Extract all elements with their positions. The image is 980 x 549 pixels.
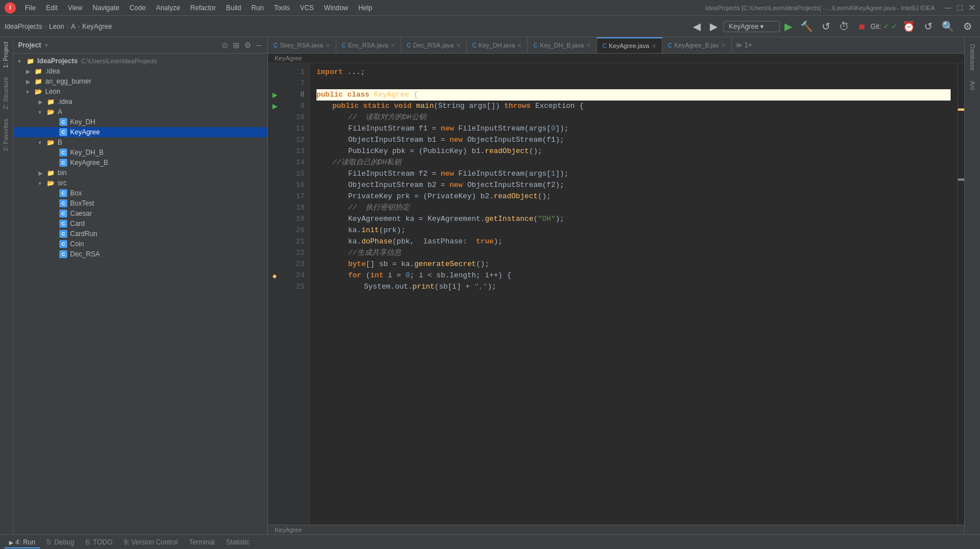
maximize-btn[interactable]: □ bbox=[957, 3, 962, 13]
list-item[interactable]: ▾ 📂 src bbox=[14, 178, 267, 188]
root-path: C:\Users\Leon\IdeaProjects bbox=[81, 58, 157, 64]
bottom-tab-todo[interactable]: 6: TODO bbox=[81, 537, 117, 548]
gutter-17 bbox=[268, 191, 281, 202]
gutter-21 bbox=[268, 236, 281, 247]
back-btn[interactable]: ◀ bbox=[690, 20, 704, 33]
tab-skey-rsa[interactable]: C Skey_RSA.java ✕ bbox=[268, 37, 336, 53]
tab-close-keyagreeb[interactable]: ✕ bbox=[721, 42, 726, 49]
menu-code[interactable]: Code bbox=[125, 3, 150, 13]
list-item[interactable]: C CardRun bbox=[14, 229, 267, 239]
tab-close-enc[interactable]: ✕ bbox=[391, 42, 395, 49]
keyagreeb-icon: C bbox=[59, 158, 68, 167]
list-item[interactable]: ▾ 📂 B bbox=[14, 137, 267, 147]
forward-btn[interactable]: ▶ bbox=[706, 20, 721, 33]
a-folder-icon: 📂 bbox=[46, 107, 55, 116]
tree-root[interactable]: ▾ 📁 IdeaProjects C:\Users\Leon\IdeaProje… bbox=[14, 56, 267, 66]
rebuild-btn[interactable]: ↺ bbox=[818, 20, 834, 33]
statistic-tab-label: Statistic bbox=[226, 538, 250, 546]
tabs-overflow-btn[interactable]: ≫ 1+ bbox=[732, 39, 756, 51]
panel-label-project[interactable]: 1: Project bbox=[0, 37, 13, 72]
tab-close-keyagree[interactable]: ✕ bbox=[652, 43, 656, 49]
profile-btn[interactable]: ⏱ bbox=[836, 20, 853, 33]
list-item[interactable]: C Dec_RSA bbox=[14, 249, 267, 259]
list-item[interactable]: C Key_DH_B bbox=[14, 147, 267, 158]
project-settings-btn[interactable]: ⊞ bbox=[232, 40, 241, 51]
project-gear-btn[interactable]: ⚙ bbox=[243, 40, 253, 51]
menu-refactor[interactable]: Refactor bbox=[186, 3, 220, 13]
gutter-run-9[interactable]: ▶ bbox=[268, 101, 281, 112]
tab-close-keydh[interactable]: ✕ bbox=[517, 42, 522, 49]
bottom-tab-terminal[interactable]: Terminal bbox=[184, 537, 219, 548]
tab-keyagree-b[interactable]: C KeyAgree_B.jav ✕ bbox=[662, 37, 732, 53]
sidebar-right-ant[interactable]: Ant bbox=[967, 76, 978, 95]
minimize-btn[interactable]: ─ bbox=[945, 3, 951, 13]
breadcrumb-keyagree[interactable]: KeyAgree bbox=[82, 23, 112, 30]
git-history-btn[interactable]: ⏰ bbox=[899, 20, 918, 33]
breadcrumb-file[interactable]: KeyAgree bbox=[275, 55, 302, 62]
list-item[interactable]: C KeyAgree_B bbox=[14, 158, 267, 168]
list-item[interactable]: ▾ 📂 Leon bbox=[14, 86, 267, 97]
bottom-tab-statistic[interactable]: Statistic bbox=[222, 537, 254, 548]
editor-footer-filename: KeyAgree bbox=[275, 526, 302, 533]
list-item[interactable]: ▶ 📁 .idea bbox=[14, 97, 267, 107]
main-area: 1: Project Z: Structure 2: Favorites Pro… bbox=[0, 37, 980, 534]
bottom-tab-vcs[interactable]: 9: Version Control bbox=[119, 537, 182, 548]
list-item[interactable]: C Box bbox=[14, 188, 267, 198]
git-rollback-btn[interactable]: ↺ bbox=[921, 20, 936, 33]
menu-navigate[interactable]: Navigate bbox=[88, 3, 124, 13]
tab-close-dec[interactable]: ✕ bbox=[456, 42, 461, 49]
list-item[interactable]: C Card bbox=[14, 219, 267, 229]
menu-tools[interactable]: Tools bbox=[270, 3, 294, 13]
run-config-selector[interactable]: KeyAgree ▾ bbox=[723, 21, 780, 32]
menu-file[interactable]: File bbox=[20, 3, 40, 13]
panel-label-favorites[interactable]: 2: Favorites bbox=[0, 114, 13, 155]
list-item[interactable]: ▶ 📁 an_egg_burner bbox=[14, 76, 267, 86]
menu-vcs[interactable]: VCS bbox=[296, 3, 319, 13]
list-item[interactable]: C Caesar bbox=[14, 208, 267, 219]
root-folder-icon: 📁 bbox=[26, 56, 35, 66]
breadcrumb-ideaprojects[interactable]: IdeaProjects bbox=[5, 23, 42, 30]
tab-key-dh-b[interactable]: C Key_DH_B.java ✕ bbox=[528, 37, 597, 53]
breadcrumb-leon[interactable]: Leon bbox=[49, 23, 64, 30]
bottom-tab-run[interactable]: ▶ 4: Run bbox=[5, 537, 40, 548]
menu-run[interactable]: Run bbox=[247, 3, 268, 13]
gutter-bookmark-24[interactable]: ◆ bbox=[268, 270, 281, 281]
tab-dec-rsa[interactable]: C Dec_RSA.java ✕ bbox=[401, 37, 467, 53]
tab-enc-rsa[interactable]: C Enc_RSA.java ✕ bbox=[336, 37, 401, 53]
breadcrumb-a[interactable]: A bbox=[71, 23, 75, 30]
settings-btn[interactable]: ⚙ bbox=[960, 20, 975, 33]
run-button[interactable]: ▶ bbox=[782, 19, 795, 34]
menu-view[interactable]: View bbox=[63, 3, 87, 13]
code-content[interactable]: import ...; public class KeyAgree { publ… bbox=[310, 63, 957, 525]
list-item[interactable]: C KeyAgree bbox=[14, 127, 267, 137]
gutter-run-8[interactable]: ▶ bbox=[268, 89, 281, 101]
project-header: Project ▾ ⊙ ⊞ ⚙ ─ bbox=[14, 37, 267, 54]
tab-key-dh[interactable]: C Key_DH.java ✕ bbox=[467, 37, 528, 53]
menu-edit[interactable]: Edit bbox=[41, 3, 62, 13]
menu-build[interactable]: Build bbox=[222, 3, 246, 13]
panel-label-structure[interactable]: Z: Structure bbox=[0, 72, 13, 114]
list-item[interactable]: ▶ 📁 bin bbox=[14, 168, 267, 178]
build-btn[interactable]: 🔨 bbox=[797, 20, 816, 33]
code-line-24: for (int i = 0; i < sb.length; i++) { bbox=[316, 270, 951, 281]
menu-analyze[interactable]: Analyze bbox=[151, 3, 185, 13]
list-item[interactable]: ▾ 📂 A bbox=[14, 107, 267, 117]
egg-label: an_egg_burner bbox=[45, 77, 91, 85]
close-btn[interactable]: ✕ bbox=[968, 2, 975, 13]
list-item[interactable]: C Key_DH bbox=[14, 117, 267, 127]
list-item[interactable]: ▶ 📁 .idea bbox=[14, 66, 267, 76]
list-item[interactable]: C Coin bbox=[14, 239, 267, 249]
tab-close-skey[interactable]: ✕ bbox=[326, 42, 330, 49]
project-locate-btn[interactable]: ⊙ bbox=[220, 40, 229, 51]
menu-help[interactable]: Help bbox=[354, 3, 377, 13]
stop-btn[interactable]: ■ bbox=[855, 20, 868, 33]
tab-keyagree[interactable]: C KeyAgree.java ✕ bbox=[597, 37, 662, 53]
project-minimize-btn[interactable]: ─ bbox=[255, 40, 263, 51]
sidebar-right-database[interactable]: Database bbox=[967, 40, 978, 75]
menu-window[interactable]: Window bbox=[319, 3, 353, 13]
list-item[interactable]: C BoxTest bbox=[14, 198, 267, 208]
tab-close-keydhb[interactable]: ✕ bbox=[586, 42, 591, 49]
bottom-tab-debug[interactable]: 5: Debug bbox=[42, 537, 79, 548]
b-arrow: ▾ bbox=[38, 140, 46, 146]
search-everywhere-btn[interactable]: 🔍 bbox=[938, 20, 957, 33]
